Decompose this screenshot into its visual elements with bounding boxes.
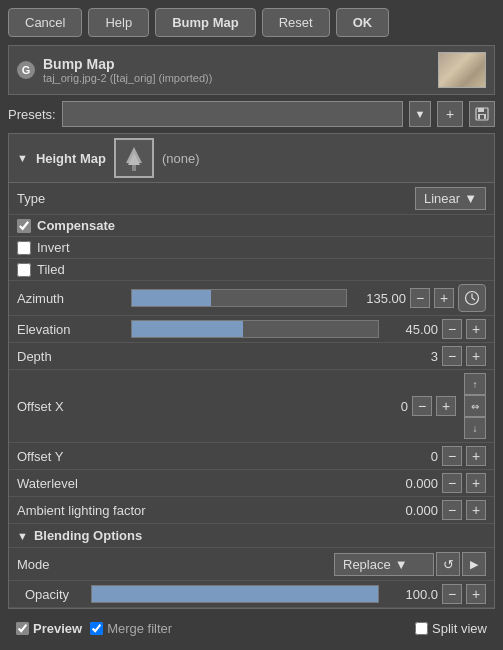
offset-x-row: Offset X 0 − + ↑ ⇔ ↓	[9, 370, 494, 443]
waterlevel-row: Waterlevel 0.000 − +	[9, 470, 494, 497]
depth-plus-button[interactable]: +	[466, 346, 486, 366]
offset-chain-top-button[interactable]: ↑	[464, 373, 486, 395]
waterlevel-plus-button[interactable]: +	[466, 473, 486, 493]
opacity-fill	[92, 586, 378, 602]
type-row: Type Linear ▼	[9, 183, 494, 215]
presets-dropdown-arrow[interactable]: ▼	[409, 101, 431, 127]
merge-check-label[interactable]: Merge filter	[90, 621, 172, 636]
invert-checkbox[interactable]	[17, 241, 31, 255]
split-view-label: Split view	[432, 621, 487, 636]
azimuth-label: Azimuth	[17, 291, 127, 306]
opacity-plus-button[interactable]: +	[466, 584, 486, 604]
tiled-label[interactable]: Tiled	[37, 262, 65, 277]
elevation-minus-button[interactable]: −	[442, 319, 462, 339]
azimuth-row: Azimuth 135.00 − +	[9, 281, 494, 316]
waterlevel-minus-button[interactable]: −	[442, 473, 462, 493]
depth-value: 3	[393, 349, 438, 364]
main-container: G Bump Map taj_orig.jpg-2 ([taj_orig] (i…	[0, 45, 503, 650]
invert-row: Invert	[9, 237, 494, 259]
mode-row: Mode Replace ▼ ↺ ▶	[9, 548, 494, 581]
presets-add-button[interactable]: +	[437, 101, 463, 127]
opacity-row: Opacity 100.0 − +	[9, 581, 494, 608]
opacity-label: Opacity	[17, 587, 87, 602]
height-map-section: ▼ Height Map (none) Type Linear ▼	[8, 133, 495, 609]
height-map-collapse-arrow[interactable]: ▼	[17, 152, 28, 164]
type-dropdown[interactable]: Linear ▼	[415, 187, 486, 210]
presets-save-button[interactable]	[469, 101, 495, 127]
mode-dropdown[interactable]: Replace ▼	[334, 553, 434, 576]
type-label: Type	[17, 191, 415, 206]
height-map-thumbnail[interactable]	[114, 138, 154, 178]
blending-collapse-arrow[interactable]: ▼	[17, 530, 28, 542]
tree-icon	[119, 143, 149, 173]
compensate-checkbox[interactable]	[17, 219, 31, 233]
offset-y-minus-button[interactable]: −	[442, 446, 462, 466]
preview-check-label[interactable]: Preview	[16, 621, 82, 636]
header-text: Bump Map taj_orig.jpg-2 ([taj_orig] (imp…	[43, 56, 212, 84]
type-dropdown-arrow: ▼	[464, 191, 477, 206]
tiled-checkbox[interactable]	[17, 263, 31, 277]
offset-chain-middle-button[interactable]: ⇔	[464, 395, 486, 417]
svg-line-10	[472, 298, 475, 300]
top-toolbar: Cancel Help Bump Map Reset OK	[0, 0, 503, 45]
cancel-button[interactable]: Cancel	[8, 8, 82, 37]
split-view-checkbox[interactable]	[415, 622, 428, 635]
offset-x-value: 0	[363, 399, 408, 414]
azimuth-clock-button[interactable]	[458, 284, 486, 312]
offset-x-minus-button[interactable]: −	[412, 396, 432, 416]
mode-reset-button[interactable]: ↺	[436, 552, 460, 576]
offset-y-value: 0	[393, 449, 438, 464]
azimuth-minus-button[interactable]: −	[410, 288, 430, 308]
offset-side-icons: ↑ ⇔ ↓	[464, 373, 486, 439]
height-map-title: Height Map	[36, 151, 106, 166]
ambient-value: 0.000	[393, 503, 438, 518]
offset-x-label: Offset X	[17, 399, 359, 414]
azimuth-value: 135.00	[351, 291, 406, 306]
ambient-plus-button[interactable]: +	[466, 500, 486, 520]
merge-filter-label: Merge filter	[107, 621, 172, 636]
azimuth-slider[interactable]	[131, 289, 347, 307]
header-thumbnail[interactable]	[438, 52, 486, 88]
ok-button[interactable]: OK	[336, 8, 390, 37]
compensate-label[interactable]: Compensate	[37, 218, 115, 233]
offset-x-plus-button[interactable]: +	[436, 396, 456, 416]
footer-row: Preview Merge filter Split view	[8, 615, 495, 642]
reset-button[interactable]: Reset	[262, 8, 330, 37]
elevation-value: 45.00	[383, 322, 438, 337]
height-map-header: ▼ Height Map (none)	[9, 134, 494, 183]
preview-checkbox[interactable]	[16, 622, 29, 635]
elevation-row: Elevation 45.00 − +	[9, 316, 494, 343]
help-button[interactable]: Help	[88, 8, 149, 37]
offset-chain-bottom-button[interactable]: ↓	[464, 417, 486, 439]
mode-dropdown-wrap: Replace ▼ ↺ ▶	[334, 552, 486, 576]
blending-header: ▼ Blending Options	[9, 524, 494, 548]
opacity-slider[interactable]	[91, 585, 379, 603]
elevation-slider[interactable]	[131, 320, 379, 338]
invert-label[interactable]: Invert	[37, 240, 70, 255]
compensate-row: Compensate	[9, 215, 494, 237]
elevation-plus-button[interactable]: +	[466, 319, 486, 339]
waterlevel-label: Waterlevel	[17, 476, 389, 491]
presets-label: Presets:	[8, 107, 56, 122]
azimuth-plus-button[interactable]: +	[434, 288, 454, 308]
bump-map-button[interactable]: Bump Map	[155, 8, 255, 37]
offset-y-plus-button[interactable]: +	[466, 446, 486, 466]
plugin-title: Bump Map	[43, 56, 212, 72]
presets-select[interactable]	[62, 101, 403, 127]
merge-filter-checkbox[interactable]	[90, 622, 103, 635]
split-check-label[interactable]: Split view	[415, 621, 487, 636]
mode-arrow-button[interactable]: ▶	[462, 552, 486, 576]
opacity-minus-button[interactable]: −	[442, 584, 462, 604]
elevation-fill	[132, 321, 243, 337]
type-value: Linear	[424, 191, 460, 206]
svg-rect-1	[478, 108, 484, 112]
mode-value: Replace	[343, 557, 391, 572]
thumbnail-image	[439, 53, 485, 87]
ambient-row: Ambient lighting factor 0.000 − +	[9, 497, 494, 524]
ambient-minus-button[interactable]: −	[442, 500, 462, 520]
presets-row: Presets: ▼ +	[8, 101, 495, 127]
save-icon	[475, 107, 489, 121]
azimuth-fill	[132, 290, 211, 306]
preview-label: Preview	[33, 621, 82, 636]
depth-minus-button[interactable]: −	[442, 346, 462, 366]
